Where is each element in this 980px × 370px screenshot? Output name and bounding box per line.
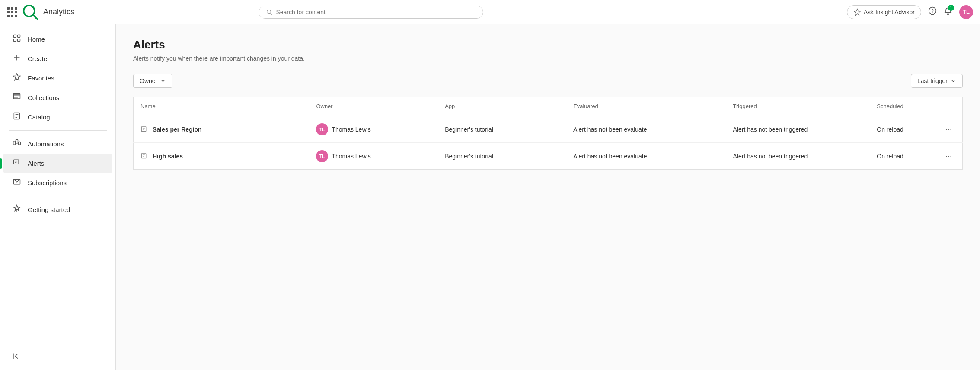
alert-name-text-2: High sales [153,153,183,160]
owner-avatar-2: TL [316,150,328,162]
owner-name-2: Thomas Lewis [332,153,370,160]
svg-marker-4 [854,9,860,15]
alert-type-icon-1 [140,125,148,133]
svg-rect-28 [141,127,146,132]
insight-advisor-button[interactable]: Ask Insight Advisor [847,5,921,19]
top-navigation: Analytics Ask Insight Advisor ? 1 [0,0,980,24]
sidebar-item-subscriptions[interactable]: Subscriptions [3,173,112,193]
row-more-button-1[interactable]: ··· [942,123,955,135]
toolbar: Owner Last trigger [133,74,963,88]
catalog-icon [12,112,22,122]
sidebar-item-automations[interactable]: Automations [3,134,112,154]
sidebar-getting-started-label: Getting started [28,206,70,213]
col-header-owner: Owner [309,97,438,116]
svg-rect-21 [18,142,20,145]
owner-filter-button[interactable]: Owner [133,74,172,88]
help-button[interactable]: ? [928,6,937,17]
sidebar-item-catalog[interactable]: Catalog [3,107,112,127]
svg-rect-22 [14,160,19,164]
cell-evaluated-1: Alert has not been evaluate [566,116,726,143]
sidebar-item-alerts[interactable]: Alerts [3,154,112,173]
svg-rect-9 [14,39,16,42]
owner-filter-label: Owner [140,77,157,84]
automations-icon [12,138,22,149]
sidebar-bottom [0,347,115,365]
alert-name-1: Sales per Region [140,125,302,133]
svg-text:?: ? [931,8,934,13]
sidebar-subscriptions-label: Subscriptions [28,179,67,187]
collapse-icon [12,352,21,360]
owner-cell-2: TL Thomas Lewis [316,150,431,162]
page-subtitle: Alerts notify you when there are importa… [133,55,963,62]
sidebar-alerts-label: Alerts [28,160,44,167]
favorites-icon [12,73,22,84]
cell-triggered-1: Alert has not been triggered [726,116,870,143]
qlik-logo[interactable] [22,4,38,20]
main-content: Alerts Alerts notify you when there are … [116,24,980,370]
search-icon [266,9,272,16]
alert-name-2: High sales [140,152,302,160]
table-row: High sales TL Thomas Lewis Beginner's tu… [134,143,963,170]
sidebar-home-label: Home [28,35,45,43]
collapse-sidebar-button[interactable] [3,347,112,365]
last-trigger-chevron-icon [950,78,956,84]
app-name: Analytics [43,7,74,16]
home-icon [12,34,22,45]
user-avatar[interactable]: TL [959,5,973,19]
last-trigger-label: Last trigger [917,77,948,84]
sidebar-collections-label: Collections [28,94,59,101]
cell-app-2: Beginner's tutorial [438,143,566,170]
collections-icon [12,92,22,103]
cell-actions-1: ··· [935,116,963,143]
cell-name-1: Sales per Region [134,116,310,143]
sidebar-favorites-label: Favorites [28,74,54,82]
sidebar-item-create[interactable]: Create [3,49,112,68]
sidebar-catalog-label: Catalog [28,113,50,121]
svg-rect-31 [141,154,146,158]
col-header-scheduled: Scheduled [870,97,935,116]
col-header-triggered: Triggered [726,97,870,116]
table-header-row: Name Owner App Evaluated Triggered Sched… [134,97,963,116]
insight-advisor-label: Ask Insight Advisor [864,9,915,16]
cell-owner-1: TL Thomas Lewis [309,116,438,143]
notifications-button[interactable]: 1 [944,6,952,17]
owner-name-1: Thomas Lewis [332,126,370,133]
cell-scheduled-2: On reload [870,143,935,170]
owner-avatar-1: TL [316,123,328,135]
cell-scheduled-1: On reload [870,116,935,143]
svg-line-3 [271,13,272,14]
alerts-icon [12,158,22,169]
col-header-app: App [438,97,566,116]
search-input[interactable] [276,9,476,16]
last-trigger-button[interactable]: Last trigger [911,74,963,88]
svg-line-1 [33,15,37,19]
owner-chevron-icon [160,78,166,84]
topnav-right: Ask Insight Advisor ? 1 TL [847,5,973,19]
col-header-evaluated: Evaluated [566,97,726,116]
alerts-table: Name Owner App Evaluated Triggered Sched… [133,97,963,170]
sidebar-item-getting-started[interactable]: Getting started [3,200,112,219]
sidebar-item-favorites[interactable]: Favorites [3,68,112,88]
sidebar-item-collections[interactable]: Collections [3,88,112,107]
col-header-actions [935,97,963,116]
cell-name-2: High sales [134,143,310,170]
svg-marker-13 [13,74,21,80]
svg-rect-10 [18,39,20,42]
sidebar-automations-label: Automations [28,140,64,148]
sidebar-item-home[interactable]: Home [3,29,112,49]
table-body: Sales per Region TL Thomas Lewis Beginne… [134,116,963,170]
table-row: Sales per Region TL Thomas Lewis Beginne… [134,116,963,143]
svg-rect-8 [18,35,20,38]
sidebar: Home Create Favorites Collections Catalo… [0,24,116,370]
cell-owner-2: TL Thomas Lewis [309,143,438,170]
getting-started-icon [12,204,22,215]
row-more-button-2[interactable]: ··· [942,150,955,162]
alert-name-text-1: Sales per Region [153,126,202,133]
page-title: Alerts [133,38,963,51]
create-icon [12,53,22,64]
main-layout: Home Create Favorites Collections Catalo… [0,24,980,370]
insight-advisor-icon [853,8,861,16]
sidebar-divider-2 [9,196,107,196]
grid-menu-icon[interactable] [7,7,17,17]
search-bar[interactable] [259,6,483,19]
